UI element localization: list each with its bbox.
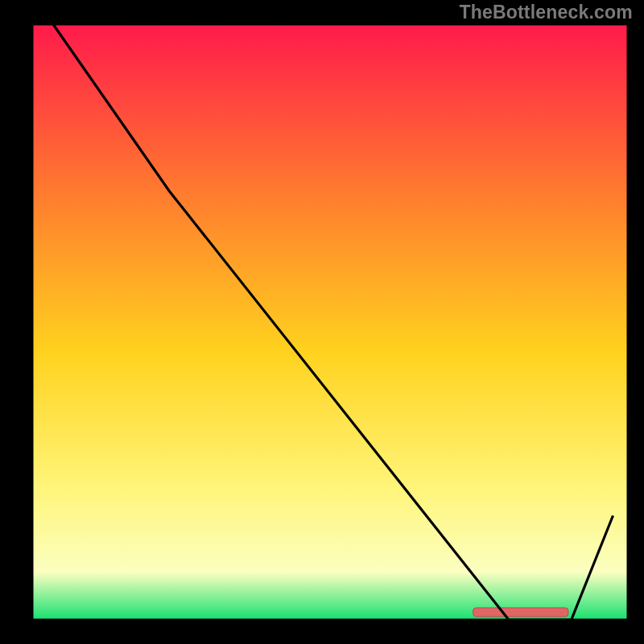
optimum-marker xyxy=(473,608,568,617)
bottleneck-chart xyxy=(0,0,644,644)
plot-area xyxy=(32,24,628,620)
chart-stage: TheBottleneck.com xyxy=(0,0,644,644)
gradient-background xyxy=(32,24,628,620)
